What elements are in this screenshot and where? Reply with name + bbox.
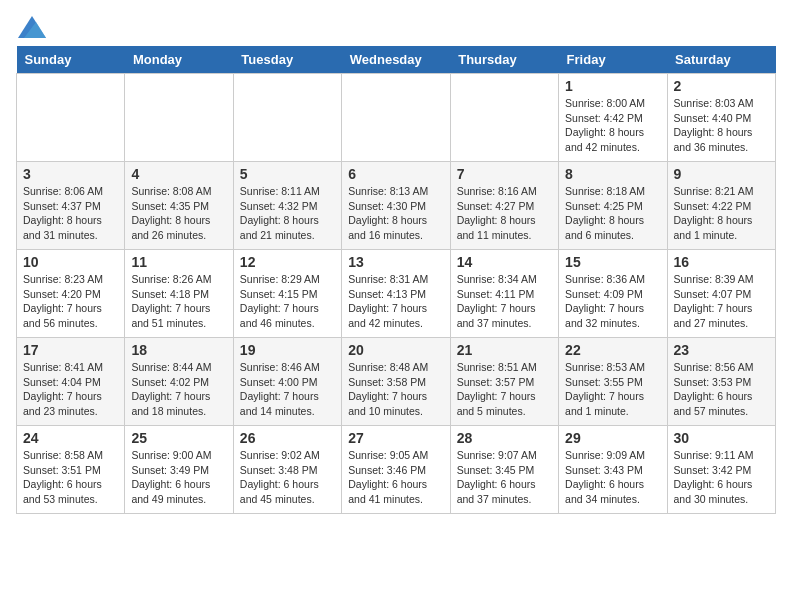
cell-info: Sunrise: 8:56 AM Sunset: 3:53 PM Dayligh… [674, 360, 769, 419]
day-number: 28 [457, 430, 552, 446]
calendar-cell: 8Sunrise: 8:18 AM Sunset: 4:25 PM Daylig… [559, 162, 667, 250]
cell-info: Sunrise: 8:00 AM Sunset: 4:42 PM Dayligh… [565, 96, 660, 155]
day-number: 5 [240, 166, 335, 182]
cell-info: Sunrise: 8:31 AM Sunset: 4:13 PM Dayligh… [348, 272, 443, 331]
day-number: 6 [348, 166, 443, 182]
calendar-cell: 10Sunrise: 8:23 AM Sunset: 4:20 PM Dayli… [17, 250, 125, 338]
header-tuesday: Tuesday [233, 46, 341, 74]
cell-info: Sunrise: 8:13 AM Sunset: 4:30 PM Dayligh… [348, 184, 443, 243]
calendar-cell: 15Sunrise: 8:36 AM Sunset: 4:09 PM Dayli… [559, 250, 667, 338]
day-number: 30 [674, 430, 769, 446]
cell-info: Sunrise: 8:18 AM Sunset: 4:25 PM Dayligh… [565, 184, 660, 243]
day-number: 4 [131, 166, 226, 182]
calendar-cell: 16Sunrise: 8:39 AM Sunset: 4:07 PM Dayli… [667, 250, 775, 338]
day-number: 17 [23, 342, 118, 358]
day-number: 21 [457, 342, 552, 358]
cell-info: Sunrise: 9:11 AM Sunset: 3:42 PM Dayligh… [674, 448, 769, 507]
logo-icon [18, 16, 46, 38]
cell-info: Sunrise: 8:46 AM Sunset: 4:00 PM Dayligh… [240, 360, 335, 419]
calendar-cell: 30Sunrise: 9:11 AM Sunset: 3:42 PM Dayli… [667, 426, 775, 514]
day-number: 9 [674, 166, 769, 182]
day-number: 15 [565, 254, 660, 270]
cell-info: Sunrise: 8:48 AM Sunset: 3:58 PM Dayligh… [348, 360, 443, 419]
cell-info: Sunrise: 8:41 AM Sunset: 4:04 PM Dayligh… [23, 360, 118, 419]
calendar-cell [125, 74, 233, 162]
calendar-cell: 23Sunrise: 8:56 AM Sunset: 3:53 PM Dayli… [667, 338, 775, 426]
calendar-cell: 21Sunrise: 8:51 AM Sunset: 3:57 PM Dayli… [450, 338, 558, 426]
calendar-cell: 2Sunrise: 8:03 AM Sunset: 4:40 PM Daylig… [667, 74, 775, 162]
header-sunday: Sunday [17, 46, 125, 74]
cell-info: Sunrise: 8:03 AM Sunset: 4:40 PM Dayligh… [674, 96, 769, 155]
day-number: 22 [565, 342, 660, 358]
calendar-cell [342, 74, 450, 162]
cell-info: Sunrise: 8:08 AM Sunset: 4:35 PM Dayligh… [131, 184, 226, 243]
day-number: 14 [457, 254, 552, 270]
header-saturday: Saturday [667, 46, 775, 74]
calendar-cell: 6Sunrise: 8:13 AM Sunset: 4:30 PM Daylig… [342, 162, 450, 250]
calendar-week-3: 10Sunrise: 8:23 AM Sunset: 4:20 PM Dayli… [17, 250, 776, 338]
header-friday: Friday [559, 46, 667, 74]
calendar-cell: 19Sunrise: 8:46 AM Sunset: 4:00 PM Dayli… [233, 338, 341, 426]
calendar-table: SundayMondayTuesdayWednesdayThursdayFrid… [16, 46, 776, 514]
cell-info: Sunrise: 8:51 AM Sunset: 3:57 PM Dayligh… [457, 360, 552, 419]
calendar-week-4: 17Sunrise: 8:41 AM Sunset: 4:04 PM Dayli… [17, 338, 776, 426]
calendar-cell [17, 74, 125, 162]
cell-info: Sunrise: 8:34 AM Sunset: 4:11 PM Dayligh… [457, 272, 552, 331]
logo [16, 16, 46, 38]
header-wednesday: Wednesday [342, 46, 450, 74]
day-number: 1 [565, 78, 660, 94]
calendar-cell: 25Sunrise: 9:00 AM Sunset: 3:49 PM Dayli… [125, 426, 233, 514]
day-number: 24 [23, 430, 118, 446]
day-number: 2 [674, 78, 769, 94]
day-number: 7 [457, 166, 552, 182]
cell-info: Sunrise: 9:07 AM Sunset: 3:45 PM Dayligh… [457, 448, 552, 507]
day-number: 25 [131, 430, 226, 446]
day-number: 3 [23, 166, 118, 182]
calendar-week-2: 3Sunrise: 8:06 AM Sunset: 4:37 PM Daylig… [17, 162, 776, 250]
calendar-cell: 13Sunrise: 8:31 AM Sunset: 4:13 PM Dayli… [342, 250, 450, 338]
calendar-cell: 1Sunrise: 8:00 AM Sunset: 4:42 PM Daylig… [559, 74, 667, 162]
calendar-week-1: 1Sunrise: 8:00 AM Sunset: 4:42 PM Daylig… [17, 74, 776, 162]
calendar-cell: 26Sunrise: 9:02 AM Sunset: 3:48 PM Dayli… [233, 426, 341, 514]
calendar-cell: 11Sunrise: 8:26 AM Sunset: 4:18 PM Dayli… [125, 250, 233, 338]
header-thursday: Thursday [450, 46, 558, 74]
calendar-cell: 12Sunrise: 8:29 AM Sunset: 4:15 PM Dayli… [233, 250, 341, 338]
calendar-cell: 20Sunrise: 8:48 AM Sunset: 3:58 PM Dayli… [342, 338, 450, 426]
calendar-cell: 4Sunrise: 8:08 AM Sunset: 4:35 PM Daylig… [125, 162, 233, 250]
calendar-cell: 24Sunrise: 8:58 AM Sunset: 3:51 PM Dayli… [17, 426, 125, 514]
calendar-cell: 28Sunrise: 9:07 AM Sunset: 3:45 PM Dayli… [450, 426, 558, 514]
cell-info: Sunrise: 9:05 AM Sunset: 3:46 PM Dayligh… [348, 448, 443, 507]
day-number: 13 [348, 254, 443, 270]
day-number: 10 [23, 254, 118, 270]
day-number: 29 [565, 430, 660, 446]
day-number: 26 [240, 430, 335, 446]
calendar-cell: 14Sunrise: 8:34 AM Sunset: 4:11 PM Dayli… [450, 250, 558, 338]
calendar-header-row: SundayMondayTuesdayWednesdayThursdayFrid… [17, 46, 776, 74]
calendar-cell: 27Sunrise: 9:05 AM Sunset: 3:46 PM Dayli… [342, 426, 450, 514]
day-number: 19 [240, 342, 335, 358]
day-number: 18 [131, 342, 226, 358]
cell-info: Sunrise: 8:39 AM Sunset: 4:07 PM Dayligh… [674, 272, 769, 331]
cell-info: Sunrise: 8:29 AM Sunset: 4:15 PM Dayligh… [240, 272, 335, 331]
cell-info: Sunrise: 8:53 AM Sunset: 3:55 PM Dayligh… [565, 360, 660, 419]
cell-info: Sunrise: 8:06 AM Sunset: 4:37 PM Dayligh… [23, 184, 118, 243]
day-number: 12 [240, 254, 335, 270]
day-number: 23 [674, 342, 769, 358]
cell-info: Sunrise: 8:36 AM Sunset: 4:09 PM Dayligh… [565, 272, 660, 331]
day-number: 27 [348, 430, 443, 446]
calendar-cell: 29Sunrise: 9:09 AM Sunset: 3:43 PM Dayli… [559, 426, 667, 514]
calendar-cell: 9Sunrise: 8:21 AM Sunset: 4:22 PM Daylig… [667, 162, 775, 250]
day-number: 8 [565, 166, 660, 182]
calendar-cell: 18Sunrise: 8:44 AM Sunset: 4:02 PM Dayli… [125, 338, 233, 426]
calendar-cell: 5Sunrise: 8:11 AM Sunset: 4:32 PM Daylig… [233, 162, 341, 250]
calendar-cell: 7Sunrise: 8:16 AM Sunset: 4:27 PM Daylig… [450, 162, 558, 250]
calendar-cell: 17Sunrise: 8:41 AM Sunset: 4:04 PM Dayli… [17, 338, 125, 426]
calendar-cell: 3Sunrise: 8:06 AM Sunset: 4:37 PM Daylig… [17, 162, 125, 250]
day-number: 20 [348, 342, 443, 358]
calendar-cell [450, 74, 558, 162]
cell-info: Sunrise: 9:02 AM Sunset: 3:48 PM Dayligh… [240, 448, 335, 507]
cell-info: Sunrise: 8:23 AM Sunset: 4:20 PM Dayligh… [23, 272, 118, 331]
cell-info: Sunrise: 8:11 AM Sunset: 4:32 PM Dayligh… [240, 184, 335, 243]
header-monday: Monday [125, 46, 233, 74]
cell-info: Sunrise: 8:16 AM Sunset: 4:27 PM Dayligh… [457, 184, 552, 243]
